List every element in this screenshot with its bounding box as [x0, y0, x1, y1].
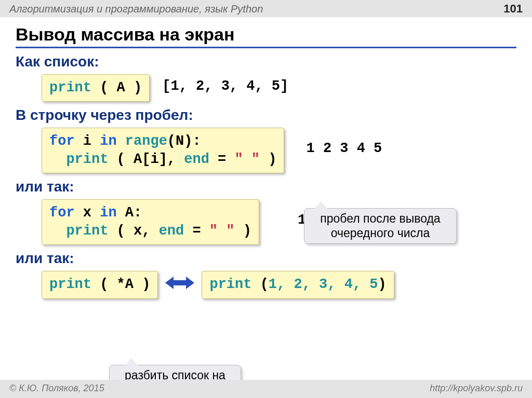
double-arrow-icon	[165, 275, 194, 291]
kw-print: print	[66, 223, 108, 239]
code-for-range: for i in range(N): print ( A[i], end = "…	[42, 128, 284, 173]
output-list: [1, 2, 3, 4, 5]	[162, 78, 288, 94]
kw-print: print	[49, 277, 91, 292]
kw-in: in	[100, 205, 116, 221]
kw-in: in	[100, 133, 116, 149]
course-title: Алгоритмизация и программирование, язык …	[9, 3, 263, 15]
footer-url: http://kpolyakov.spb.ru	[430, 383, 523, 394]
page-number: 101	[503, 2, 523, 16]
slide-body: Как список: print ( A ) [1, 2, 3, 4, 5] …	[16, 53, 516, 299]
callout-space-after: пробел после вывода очередного числа	[304, 208, 457, 244]
kw-for: for	[49, 205, 75, 221]
slide-title: Вывод массива на экран	[16, 24, 516, 48]
kw-for: for	[49, 133, 75, 149]
kw-print: print	[66, 152, 108, 167]
header: Алгоритмизация и программирование, язык …	[0, 0, 532, 17]
output-spaced-1: 1 2 3 4 5	[306, 141, 382, 156]
expanded-args: 1, 2, 3, 4, 5	[269, 277, 378, 292]
subtitle-or-1: или так:	[16, 179, 516, 195]
svg-marker-0	[165, 277, 194, 289]
kw-end: end	[184, 152, 209, 167]
footer: © К.Ю. Поляков, 2015 http://kpolyakov.sp…	[0, 380, 532, 398]
subtitle-or-2: или так:	[16, 250, 516, 267]
kw-print: print	[49, 80, 91, 95]
kw-print: print	[209, 277, 251, 292]
str-space: " "	[234, 152, 260, 167]
str-space: " "	[209, 223, 235, 239]
code-print-a: print ( A )	[42, 74, 150, 102]
footer-author: © К.Ю. Поляков, 2015	[9, 383, 104, 394]
subtitle-line-space: В строчку через пробел:	[16, 107, 516, 123]
code-print-star: print ( *A )	[42, 271, 158, 298]
kw-end: end	[159, 223, 184, 239]
subtitle-as-list: Как список:	[16, 53, 516, 70]
code-print-expanded: print (1, 2, 3, 4, 5)	[202, 271, 394, 298]
kw-range: range	[125, 133, 167, 149]
code-for-x: for x in A: print ( x, end = " " )	[42, 199, 259, 245]
